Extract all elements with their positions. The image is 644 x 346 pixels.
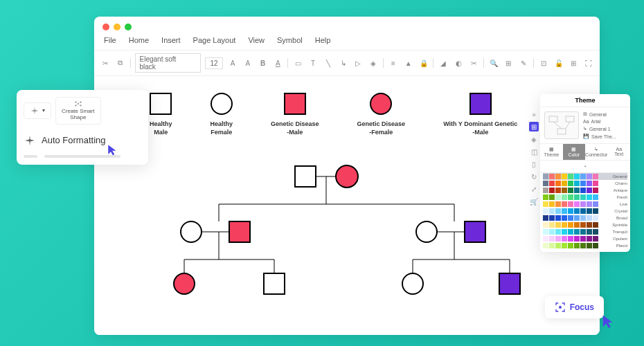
- font-select[interactable]: Elegant soft black: [135, 53, 201, 73]
- palette-row[interactable]: Charm: [543, 180, 627, 187]
- search-icon[interactable]: 🔍: [488, 57, 499, 69]
- color-swatch[interactable]: [549, 243, 555, 248]
- paint-bucket-icon[interactable]: ◢: [438, 57, 449, 69]
- gen2-female-1[interactable]: [181, 221, 202, 242]
- text-tool-icon[interactable]: T: [307, 57, 319, 69]
- font-decrease-icon[interactable]: A: [242, 57, 253, 69]
- menu-view[interactable]: View: [248, 36, 265, 44]
- color-swatch[interactable]: [543, 208, 548, 214]
- color-swatch[interactable]: [593, 208, 598, 214]
- color-swatch[interactable]: [555, 181, 561, 186]
- more-icon[interactable]: ⊞: [569, 57, 580, 69]
- cube-icon[interactable]: ◫: [529, 147, 539, 156]
- close-icon[interactable]: [102, 24, 109, 30]
- color-swatch[interactable]: [543, 201, 548, 207]
- color-swatch[interactable]: [555, 208, 561, 214]
- gen2-male-1[interactable]: [229, 221, 250, 242]
- color-swatch[interactable]: [593, 215, 598, 221]
- expand-side-icon[interactable]: ⤢: [529, 184, 539, 194]
- color-swatch[interactable]: [587, 208, 592, 214]
- color-swatch[interactable]: [562, 188, 567, 193]
- color-swatch[interactable]: [555, 243, 561, 248]
- gen2-male-2[interactable]: [465, 221, 485, 242]
- rectangle-tool-icon[interactable]: ▭: [292, 57, 303, 69]
- color-swatch[interactable]: [587, 194, 592, 200]
- preview-thumbnail[interactable]: [544, 111, 579, 139]
- color-swatch[interactable]: [549, 236, 555, 242]
- collapse-icon[interactable]: »: [529, 109, 539, 119]
- grid-view-icon[interactable]: ⊞: [529, 122, 539, 131]
- minimize-icon[interactable]: [114, 24, 120, 30]
- color-swatch[interactable]: [580, 181, 586, 186]
- canvas[interactable]: Healthy Male Healthy Female Genetic Dise…: [94, 76, 600, 335]
- color-swatch[interactable]: [543, 243, 548, 248]
- color-swatch[interactable]: [549, 208, 555, 214]
- color-swatch[interactable]: [549, 188, 555, 193]
- tab-color[interactable]: ▦Color: [563, 144, 586, 160]
- color-swatch[interactable]: [543, 236, 548, 242]
- color-swatch[interactable]: [543, 181, 548, 186]
- color-swatch[interactable]: [555, 236, 561, 242]
- pen-icon[interactable]: ✎: [518, 57, 529, 69]
- line-tool-icon[interactable]: ╲: [323, 57, 334, 69]
- color-swatch[interactable]: [580, 243, 586, 248]
- color-swatch[interactable]: [587, 201, 592, 207]
- list-general1[interactable]: ↳General 1: [583, 126, 626, 131]
- palette-row[interactable]: Broad: [543, 215, 627, 221]
- color-swatch[interactable]: [574, 174, 580, 179]
- tab-text[interactable]: AaText: [608, 144, 631, 160]
- menu-file[interactable]: File: [104, 36, 116, 44]
- color-swatch[interactable]: [549, 181, 555, 186]
- list-save[interactable]: 💾Save The...: [583, 134, 626, 139]
- color-swatch[interactable]: [562, 215, 567, 221]
- lock-icon[interactable]: 🔒: [418, 57, 429, 69]
- color-swatch[interactable]: [549, 174, 555, 179]
- color-swatch[interactable]: [593, 188, 598, 193]
- cut-icon[interactable]: ✂: [100, 57, 111, 69]
- color-swatch[interactable]: [562, 181, 567, 186]
- color-swatch[interactable]: [580, 229, 586, 235]
- create-smart-shape-button[interactable]: Create Smart Shape: [55, 97, 101, 125]
- color-swatch[interactable]: [574, 222, 580, 228]
- color-swatch[interactable]: [562, 229, 567, 235]
- color-swatch[interactable]: [562, 243, 567, 248]
- color-swatch[interactable]: [593, 201, 598, 207]
- gen3-male-2[interactable]: [499, 273, 520, 294]
- add-theme-button[interactable]: +: [540, 161, 630, 173]
- connector-tool-icon[interactable]: ↳: [338, 57, 349, 69]
- color-swatch[interactable]: [568, 208, 573, 214]
- font-color-icon[interactable]: A: [273, 57, 284, 69]
- palette-row[interactable]: Sprinkle: [543, 221, 627, 228]
- color-swatch[interactable]: [593, 194, 598, 200]
- color-swatch[interactable]: [580, 222, 586, 228]
- tab-connector[interactable]: ↳Connector: [585, 144, 608, 160]
- color-swatch[interactable]: [562, 236, 567, 242]
- color-swatch[interactable]: [543, 174, 548, 179]
- gen3-female-2[interactable]: [402, 273, 423, 294]
- palette-row[interactable]: Placid: [543, 242, 627, 249]
- lock2-icon[interactable]: 🔓: [553, 57, 564, 69]
- tab-theme[interactable]: ▦Theme: [540, 144, 563, 160]
- page-icon[interactable]: ▯: [529, 159, 539, 169]
- color-swatch[interactable]: [549, 229, 555, 235]
- color-swatch[interactable]: [580, 201, 586, 207]
- list-arial[interactable]: AaArial: [583, 119, 626, 124]
- font-increase-icon[interactable]: A: [227, 57, 238, 69]
- color-swatch[interactable]: [568, 229, 573, 235]
- color-swatch[interactable]: [555, 215, 561, 221]
- gen1-male[interactable]: [295, 166, 316, 187]
- maximize-icon[interactable]: [125, 24, 132, 30]
- color-swatch[interactable]: [587, 236, 592, 242]
- color-swatch[interactable]: [543, 222, 548, 228]
- color-swatch[interactable]: [574, 215, 580, 221]
- theme-picker-icon[interactable]: ◐: [453, 57, 464, 69]
- palette-row[interactable]: General: [543, 173, 627, 180]
- cart-icon[interactable]: 🛒: [529, 197, 539, 206]
- color-swatch[interactable]: [555, 174, 561, 179]
- color-swatch[interactable]: [568, 174, 573, 179]
- color-swatch[interactable]: [568, 188, 573, 193]
- color-swatch[interactable]: [574, 188, 580, 193]
- color-swatch[interactable]: [543, 194, 548, 200]
- color-swatch[interactable]: [568, 201, 573, 207]
- color-swatch[interactable]: [580, 194, 586, 200]
